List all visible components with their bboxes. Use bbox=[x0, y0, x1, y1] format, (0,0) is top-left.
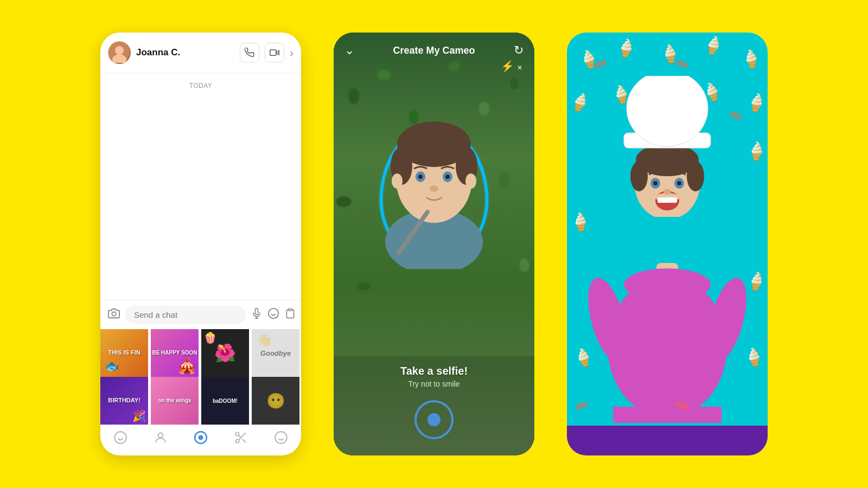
svg-point-19 bbox=[235, 432, 239, 436]
shutter-button[interactable] bbox=[414, 400, 454, 439]
cameo-back-icon[interactable]: ⌄ bbox=[344, 43, 354, 57]
cameo-instructions: Take a selfie! Try not to smile bbox=[334, 356, 534, 393]
call-button[interactable] bbox=[240, 43, 259, 62]
ice-cream-5: 🍦 bbox=[739, 47, 764, 71]
ice-cream-4: 🍦 bbox=[700, 33, 726, 58]
cameo-refresh-icon[interactable]: ↻ bbox=[514, 43, 524, 57]
chat-phone: Joanna C. › TODAY bbox=[100, 33, 301, 455]
camera-icon[interactable] bbox=[108, 307, 120, 323]
chat-header-icons: › bbox=[240, 43, 293, 62]
emoji-icon[interactable] bbox=[267, 307, 279, 323]
chat-body: TODAY bbox=[100, 73, 301, 300]
cameo-face-area bbox=[334, 63, 534, 356]
svg-point-20 bbox=[235, 439, 239, 443]
cameo-phone: ⌄ Create My Cameo ↻ ⚡ ✕ bbox=[334, 33, 534, 455]
mic-icon[interactable] bbox=[251, 308, 262, 322]
svg-point-13 bbox=[114, 432, 126, 444]
svg-point-57 bbox=[677, 181, 681, 185]
bottom-tab-bar bbox=[100, 425, 301, 455]
svg-point-61 bbox=[663, 189, 671, 195]
shutter-area bbox=[334, 393, 534, 445]
chef-hat-container bbox=[613, 76, 722, 157]
sticker-grid-row2: BIRTHDAY! 🎉 on the wings baDOOM! 😶 bbox=[100, 377, 301, 425]
sticker-8[interactable]: 😶 bbox=[252, 377, 299, 425]
svg-point-39 bbox=[465, 174, 476, 189]
selfie-subtitle: Try not to smile bbox=[334, 380, 534, 388]
price-tag-4: 45¢ bbox=[729, 109, 743, 121]
flash-icon[interactable]: ⚡ bbox=[501, 60, 514, 72]
selfie-title: Take a selfie! bbox=[334, 365, 534, 377]
svg-point-37 bbox=[430, 185, 438, 192]
chat-input[interactable] bbox=[125, 306, 246, 324]
cameo-flash-area: ⚡ ✕ bbox=[501, 60, 522, 73]
tab-bitmoji[interactable] bbox=[154, 431, 168, 448]
svg-point-43 bbox=[640, 79, 667, 111]
sticker-1[interactable]: THIS IS FIN 🐟 bbox=[100, 329, 148, 377]
sticker-4[interactable]: Goodbye 👋 bbox=[252, 329, 299, 377]
svg-point-38 bbox=[392, 174, 403, 189]
svg-point-24 bbox=[275, 432, 287, 444]
ice-cream-10: 🍦 bbox=[744, 90, 768, 114]
svg-line-22 bbox=[242, 439, 246, 442]
ice-cream-6: 🍦 bbox=[567, 89, 594, 115]
tab-scissors[interactable] bbox=[234, 431, 248, 448]
svg-rect-49 bbox=[613, 407, 722, 423]
cameo-bottom: Take a selfie! Try not to smile bbox=[334, 356, 534, 455]
chat-input-bar bbox=[100, 300, 301, 329]
tab-emoji[interactable] bbox=[274, 431, 288, 448]
sticker-2[interactable]: BE HAPPY SOON 🎪 bbox=[151, 329, 199, 377]
chat-contact-name: Joanna C. bbox=[136, 47, 234, 58]
svg-point-16 bbox=[158, 433, 163, 438]
svg-rect-4 bbox=[270, 50, 276, 56]
svg-line-23 bbox=[239, 435, 241, 438]
chef-hat-svg bbox=[613, 76, 722, 157]
svg-marker-3 bbox=[276, 50, 279, 55]
tab-snap[interactable] bbox=[194, 431, 208, 448]
purple-bottom-bar bbox=[567, 426, 768, 455]
cameo-title: Create My Cameo bbox=[393, 45, 475, 56]
svg-point-8 bbox=[269, 308, 278, 318]
sticker-6[interactable]: on the wings bbox=[151, 377, 199, 425]
today-label: TODAY bbox=[189, 82, 213, 89]
svg-point-48 bbox=[624, 268, 711, 301]
svg-rect-11 bbox=[289, 309, 292, 310]
flash-x-icon: ✕ bbox=[517, 64, 522, 72]
clipboard-icon[interactable] bbox=[285, 308, 296, 322]
cameo-header: ⌄ Create My Cameo ↻ bbox=[334, 33, 534, 63]
price-tag-2: 45¢ bbox=[674, 58, 689, 70]
sticker-5[interactable]: BIRTHDAY! 🎉 bbox=[100, 377, 148, 425]
chat-header: Joanna C. › bbox=[100, 33, 301, 73]
svg-point-1 bbox=[115, 46, 124, 55]
svg-point-36 bbox=[445, 175, 450, 179]
svg-point-5 bbox=[112, 312, 116, 316]
shutter-inner bbox=[427, 413, 441, 426]
ice-cream-2: 🍦 bbox=[614, 36, 639, 60]
person-svg bbox=[369, 85, 499, 269]
avatar bbox=[108, 41, 131, 64]
svg-point-35 bbox=[418, 175, 423, 179]
video-button[interactable] bbox=[265, 43, 284, 62]
tab-stickers[interactable] bbox=[113, 431, 127, 448]
more-icon[interactable]: › bbox=[290, 47, 293, 59]
result-phone: 🍦 🍦 🍦 🍦 🍦 🍦 🍦 🍦 🍦 🍦 45¢ 45¢ 45¢ 45¢ 🍦 🍦 … bbox=[567, 33, 768, 455]
svg-point-42 bbox=[627, 76, 708, 146]
sticker-3[interactable]: 🌺 🍿 bbox=[201, 329, 249, 377]
svg-point-52 bbox=[630, 161, 648, 191]
sticker-7[interactable]: baDOOM! bbox=[201, 377, 249, 425]
svg-rect-60 bbox=[658, 197, 677, 203]
svg-point-53 bbox=[687, 161, 704, 191]
sticker-grid-row1: THIS IS FIN 🐟 BE HAPPY SOON 🎪 🌺 🍿 Goodby… bbox=[100, 329, 301, 377]
svg-point-18 bbox=[199, 436, 203, 440]
svg-point-56 bbox=[653, 181, 658, 185]
